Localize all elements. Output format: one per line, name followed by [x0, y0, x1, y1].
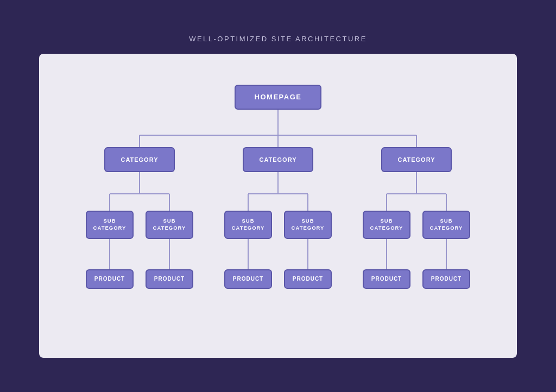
node-product-6: PRODUCT [422, 269, 470, 289]
node-sub-6: SUBCATEGORY [422, 211, 470, 239]
node-sub-4: SUBCATEGORY [284, 211, 332, 239]
diagram-title: WELL-OPTIMIZED SITE ARCHITECTURE [189, 35, 367, 43]
node-category-2: CATEGORY [243, 147, 313, 172]
diagram-area: HOMEPAGE CATEGORY CATEGORY CATEGORY SUBC… [39, 54, 517, 358]
node-sub-1: SUBCATEGORY [86, 211, 134, 239]
node-homepage: HOMEPAGE [235, 85, 321, 110]
node-product-4: PRODUCT [284, 269, 332, 289]
node-product-3: PRODUCT [224, 269, 272, 289]
node-category-1: CATEGORY [104, 147, 175, 172]
node-product-2: PRODUCT [146, 269, 193, 289]
node-sub-2: SUBCATEGORY [146, 211, 193, 239]
node-sub-5: SUBCATEGORY [363, 211, 410, 239]
node-sub-3: SUBCATEGORY [224, 211, 272, 239]
node-category-3: CATEGORY [381, 147, 452, 172]
node-product-5: PRODUCT [363, 269, 410, 289]
nodes-layer: HOMEPAGE CATEGORY CATEGORY CATEGORY SUBC… [39, 54, 517, 358]
node-product-1: PRODUCT [86, 269, 134, 289]
outer-container: WELL-OPTIMIZED SITE ARCHITECTURE [23, 22, 533, 370]
